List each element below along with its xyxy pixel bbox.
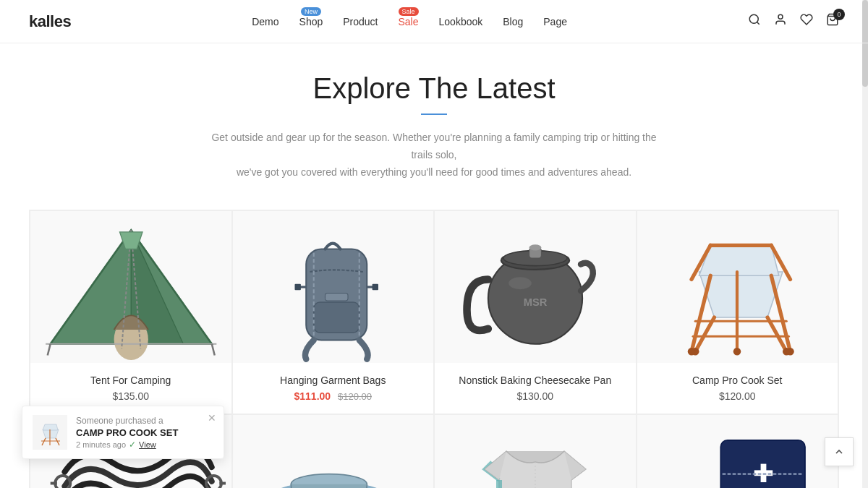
purchase-notification: Someone purchased a CAMP PRO COOK SET 2 … xyxy=(22,406,224,459)
svg-marker-69 xyxy=(43,424,58,430)
nav-page[interactable]: Page xyxy=(543,16,567,27)
nav-icons: 0 xyxy=(748,13,839,30)
notif-product-name: CAMP PRO COOK SET xyxy=(76,427,213,438)
notif-check-icon: ✓ xyxy=(129,440,136,450)
sale-price: $111.00 xyxy=(294,390,331,402)
product-info-kettle: Nonstick Baking Cheesecake Pan $130.00 xyxy=(435,363,636,414)
product-image-chair xyxy=(637,211,838,363)
product-image-kettle: MSR xyxy=(435,211,636,363)
product-image-shirt xyxy=(435,415,636,488)
original-price: $120.00 xyxy=(338,391,372,402)
svg-text:MSR: MSR xyxy=(523,297,547,309)
product-card-kettle[interactable]: MSR Nonstick Baking Cheesecake Pan $130.… xyxy=(434,210,637,414)
product-price-kettle: $130.00 xyxy=(443,390,627,402)
hero-underline xyxy=(421,114,447,115)
product-price-tent: $135.00 xyxy=(39,390,223,402)
svg-marker-30 xyxy=(699,246,779,276)
notif-time: 2 minutes ago ✓ View xyxy=(76,440,213,450)
product-info-backpack: Hanging Garment Bags $111.00 $120.00 xyxy=(233,363,434,414)
scroll-to-top[interactable] xyxy=(825,437,854,466)
nav-links: Demo New Shop Product Sale Sale Lookbook… xyxy=(252,16,567,27)
brand-logo[interactable]: kalles xyxy=(29,12,71,31)
hero-title: Explore The Latest xyxy=(14,72,854,105)
search-icon[interactable] xyxy=(748,13,761,30)
svg-line-10 xyxy=(47,344,50,356)
scrollbar[interactable] xyxy=(862,0,868,488)
nav-blog[interactable]: Blog xyxy=(503,16,523,27)
product-name-kettle: Nonstick Baking Cheesecake Pan xyxy=(443,374,627,386)
product-card-firstaid[interactable]: ✚ ✚ ✚ First Aid Kit $28.00 xyxy=(637,414,839,488)
notif-close-button[interactable]: ✕ xyxy=(208,412,216,424)
nav-product[interactable]: Product xyxy=(343,16,378,27)
product-card-shirt[interactable]: Sport T-Shirt $35.00 xyxy=(434,414,637,488)
cart-icon[interactable]: 0 xyxy=(826,13,839,30)
account-icon[interactable] xyxy=(774,13,787,30)
svg-marker-68 xyxy=(43,429,59,438)
wishlist-icon[interactable] xyxy=(800,13,813,30)
svg-point-45 xyxy=(733,348,741,356)
svg-point-26 xyxy=(529,245,541,251)
svg-rect-14 xyxy=(314,302,359,333)
nav-demo[interactable]: Demo xyxy=(252,16,278,27)
svg-line-71 xyxy=(56,438,59,445)
product-image-tent xyxy=(30,211,231,363)
svg-rect-17 xyxy=(295,284,301,290)
hero-section: Explore The Latest Get outside and gear … xyxy=(0,43,868,195)
cart-count: 0 xyxy=(833,9,845,20)
svg-line-70 xyxy=(42,438,46,445)
product-card-tent[interactable]: Tent For Camping $135.00 xyxy=(30,210,232,414)
notif-view-link[interactable]: View xyxy=(139,440,156,449)
product-image-pan xyxy=(233,415,434,488)
hero-subtitle: Get outside and gear up for the season. … xyxy=(203,129,665,181)
svg-point-44 xyxy=(787,348,795,356)
navigation: kalles Demo New Shop Product Sale Sale L… xyxy=(0,0,868,43)
product-card-pan[interactable]: Camp Cookware $65.00 xyxy=(232,414,435,488)
svg-point-0 xyxy=(749,14,758,23)
svg-point-43 xyxy=(688,348,696,356)
svg-point-28 xyxy=(509,278,532,290)
notif-someone-text: Someone purchased a xyxy=(76,416,213,426)
product-card-backpack[interactable]: Hanging Garment Bags $111.00 $120.00 xyxy=(232,210,435,414)
product-image-firstaid: ✚ ✚ ✚ xyxy=(637,415,838,488)
notif-content: Someone purchased a CAMP PRO COOK SET 2 … xyxy=(76,416,213,450)
notif-product-image xyxy=(33,415,67,450)
svg-rect-19 xyxy=(326,294,349,301)
product-image-backpack xyxy=(233,211,434,363)
product-price-backpack: $111.00 $120.00 xyxy=(242,390,425,402)
nav-lookbook[interactable]: Lookbook xyxy=(439,16,483,27)
product-price-chair: $120.00 xyxy=(646,390,830,402)
product-card-chair[interactable]: Camp Pro Cook Set $120.00 xyxy=(637,210,839,414)
product-name-backpack: Hanging Garment Bags xyxy=(242,374,425,386)
notif-time-text: 2 minutes ago xyxy=(76,440,126,449)
svg-rect-18 xyxy=(373,284,378,290)
product-info-chair: Camp Pro Cook Set $120.00 xyxy=(637,363,838,414)
svg-point-2 xyxy=(778,14,783,19)
svg-line-11 xyxy=(211,344,214,356)
product-name-chair: Camp Pro Cook Set xyxy=(646,374,830,386)
nav-shop[interactable]: New Shop xyxy=(299,16,323,27)
product-name-tent: Tent For Camping xyxy=(39,374,223,386)
nav-sale[interactable]: Sale Sale xyxy=(399,16,419,27)
svg-line-1 xyxy=(757,22,759,24)
